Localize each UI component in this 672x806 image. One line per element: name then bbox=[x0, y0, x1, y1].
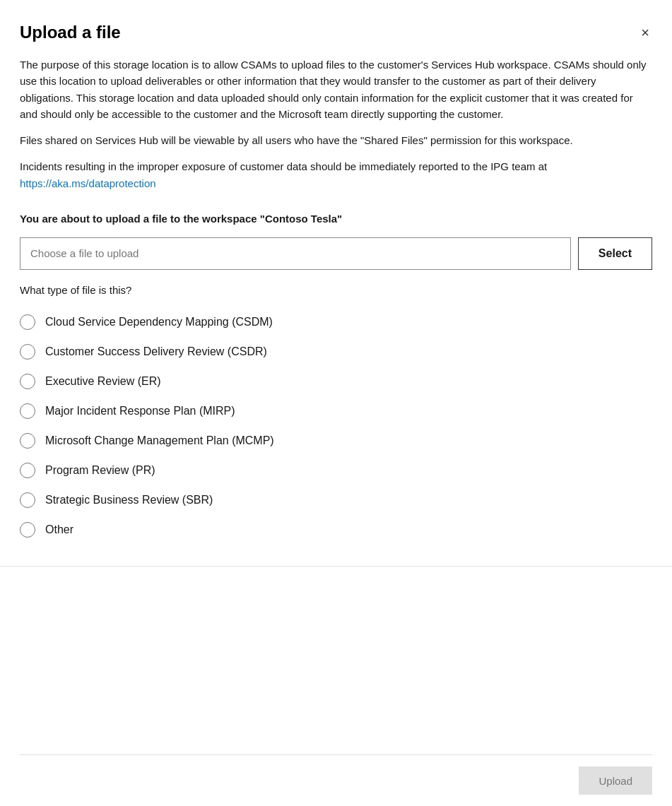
file-type-label: What type of file is this? bbox=[20, 284, 652, 296]
radio-label-sbr: Strategic Business Review (SBR) bbox=[45, 494, 213, 506]
upload-dialog: Upload a file × The purpose of this stor… bbox=[0, 0, 672, 806]
close-button[interactable]: × bbox=[638, 23, 652, 42]
radio-csdm[interactable] bbox=[20, 314, 35, 330]
radio-item-mcmp[interactable]: Microsoft Change Management Plan (MCMP) bbox=[20, 427, 652, 454]
radio-item-mirp[interactable]: Major Incident Response Plan (MIRP) bbox=[20, 398, 652, 425]
radio-er[interactable] bbox=[20, 374, 35, 389]
description-para3-prefix: Incidents resulting in the improper expo… bbox=[20, 160, 547, 172]
radio-item-pr[interactable]: Program Review (PR) bbox=[20, 457, 652, 484]
radio-other[interactable] bbox=[20, 522, 35, 538]
upload-button[interactable]: Upload bbox=[579, 766, 652, 795]
radio-label-mirp: Major Incident Response Plan (MIRP) bbox=[45, 405, 235, 417]
footer-divider bbox=[0, 566, 672, 567]
radio-item-other[interactable]: Other bbox=[20, 516, 652, 543]
radio-mirp[interactable] bbox=[20, 403, 35, 419]
description-section: The purpose of this storage location is … bbox=[20, 57, 652, 201]
radio-sbr[interactable] bbox=[20, 492, 35, 508]
radio-label-er: Executive Review (ER) bbox=[45, 375, 161, 388]
dialog-header: Upload a file × bbox=[20, 23, 652, 42]
radio-label-other: Other bbox=[45, 523, 73, 536]
radio-item-sbr[interactable]: Strategic Business Review (SBR) bbox=[20, 487, 652, 514]
radio-label-mcmp: Microsoft Change Management Plan (MCMP) bbox=[45, 434, 274, 447]
radio-item-csdr[interactable]: Customer Success Delivery Review (CSDR) bbox=[20, 338, 652, 365]
radio-label-csdm: Cloud Service Dependency Mapping (CSDM) bbox=[45, 316, 273, 328]
dialog-footer: Upload bbox=[20, 754, 652, 806]
description-para3: Incidents resulting in the improper expo… bbox=[20, 158, 652, 191]
radio-item-csdm[interactable]: Cloud Service Dependency Mapping (CSDM) bbox=[20, 309, 652, 336]
radio-csdr[interactable] bbox=[20, 344, 35, 360]
radio-label-csdr: Customer Success Delivery Review (CSDR) bbox=[45, 345, 267, 358]
dialog-title: Upload a file bbox=[20, 23, 121, 42]
radio-mcmp[interactable] bbox=[20, 433, 35, 449]
radio-pr[interactable] bbox=[20, 463, 35, 478]
select-button[interactable]: Select bbox=[578, 237, 652, 270]
file-input[interactable] bbox=[20, 237, 571, 270]
workspace-label: You are about to upload a file to the wo… bbox=[20, 213, 652, 225]
file-upload-row: Select bbox=[20, 237, 652, 270]
radio-group: Cloud Service Dependency Mapping (CSDM)C… bbox=[20, 309, 652, 543]
description-para2: Files shared on Services Hub will be vie… bbox=[20, 132, 652, 148]
data-protection-link[interactable]: https://aka.ms/dataprotection bbox=[20, 177, 156, 189]
radio-label-pr: Program Review (PR) bbox=[45, 464, 155, 477]
radio-item-er[interactable]: Executive Review (ER) bbox=[20, 368, 652, 395]
description-para1: The purpose of this storage location is … bbox=[20, 57, 652, 122]
